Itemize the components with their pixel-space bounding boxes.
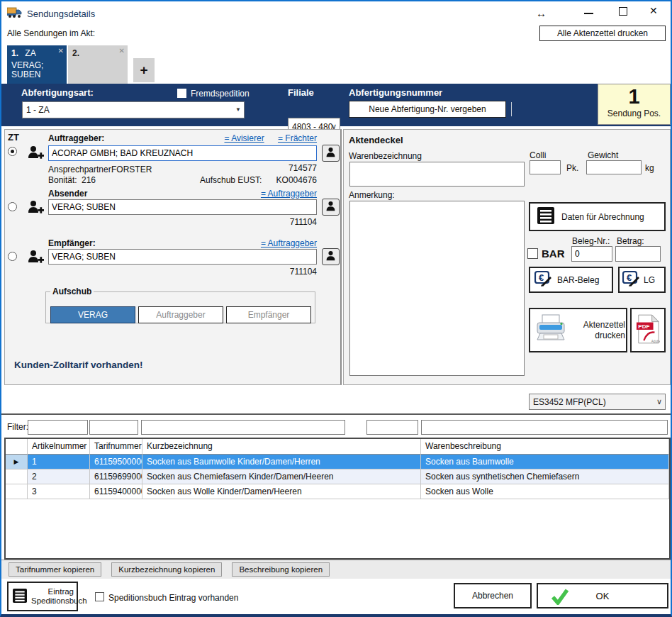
row-selector-icon: ▶	[6, 455, 28, 469]
daten-fuer-abrechnung-button[interactable]: Daten für Abrechnung	[529, 202, 666, 231]
aufschub-empfaenger-button[interactable]: Empfänger	[226, 306, 311, 323]
speditionsbuch-checkbox[interactable]	[95, 592, 104, 601]
pdf-button[interactable]: PDF Adobe	[630, 308, 666, 352]
warenbezeichnung-textarea[interactable]	[349, 162, 525, 187]
gewicht-input[interactable]	[586, 160, 642, 174]
bar-beleg-button[interactable]: € BAR-Beleg	[529, 267, 613, 293]
printer-select[interactable]: ES3452 MFP(PCL) ∨	[529, 394, 666, 410]
auftraggeber-input[interactable]	[48, 145, 317, 161]
copy-buttons-bar: Tarifnummer kopieren Kurzbezeichnung kop…	[1, 560, 671, 579]
auftraggeber-contact-button[interactable]	[322, 145, 340, 162]
articles-grid: Artikelnummer Tarifnummer Kurzbezeichnun…	[4, 438, 671, 560]
absender-link-auftraggeber[interactable]: = Auftraggeber	[246, 189, 317, 199]
empfaenger-input[interactable]	[48, 249, 317, 265]
col-header-kurzbezeichnung[interactable]: Kurzbezeichnung	[142, 439, 421, 455]
table-row[interactable]: 2 61159699000 Socken aus Chemiefasern Ki…	[6, 469, 669, 484]
abfertigungsart-select[interactable]: 1 - ZA ▼	[22, 101, 245, 118]
grid-header-row: Artikelnummer Tarifnummer Kurzbezeichnun…	[6, 439, 669, 455]
zt-radio-absender[interactable]	[8, 202, 17, 211]
ansprechpartner-value: FORSTER	[111, 165, 152, 174]
svg-text:€: €	[539, 272, 544, 283]
tab1-number: 1.	[11, 48, 18, 58]
close-icon[interactable]: ✕	[649, 5, 658, 16]
copy-tarifnummer-button[interactable]: Tarifnummer kopieren	[9, 562, 101, 577]
all-shipments-label: Alle Sendungen im Akt:	[7, 28, 95, 38]
sendung-pos-counter: 1 Sendung Pos.	[598, 84, 671, 125]
absender-contact-button[interactable]	[322, 199, 340, 216]
aufschub-verag-button[interactable]: VERAG	[50, 306, 135, 323]
fremdspedition-checkbox[interactable]	[177, 89, 186, 98]
list-icon	[13, 589, 27, 605]
table-row[interactable]: 3 61159400000 Socken aus Wolle Kinder/Da…	[6, 484, 669, 499]
resize-arrows-icon[interactable]: ↔	[536, 7, 547, 19]
filter-label: Filter:	[7, 422, 28, 432]
anmerkung-textarea[interactable]	[349, 201, 525, 376]
bar-label: BAR	[542, 248, 565, 260]
filter-input-tarifnummer[interactable]	[89, 420, 138, 435]
colli-input[interactable]	[530, 160, 561, 174]
person-add-icon[interactable]	[27, 200, 44, 216]
zt-radio-empfaenger[interactable]	[8, 252, 17, 261]
filter-input-extra[interactable]	[366, 420, 418, 435]
zt-radio-auftraggeber[interactable]	[8, 147, 17, 156]
tab-shipment-1[interactable]: 1. ZA VERAG; SUBEN ✕	[7, 45, 67, 84]
svg-text:Adobe: Adobe	[651, 340, 660, 343]
gewicht-label: Gewicht	[588, 150, 618, 160]
eintrag-speditionsbuch-button[interactable]: Eintrag Speditionsbuch	[7, 582, 78, 611]
sendung-count: 1	[598, 84, 670, 109]
beleg-nr-input[interactable]	[571, 246, 612, 262]
tab-shipment-2[interactable]: 2. ✕	[68, 45, 128, 84]
minimize-icon[interactable]	[584, 13, 593, 14]
print-all-aktenzettel-button[interactable]: Alle Aktenzettel drucken	[539, 26, 666, 41]
filiale-label: Filiale	[288, 87, 314, 98]
betrag-input[interactable]	[615, 246, 661, 262]
aufschub-label: Aufschub	[50, 287, 94, 296]
kunden-zolltarif-note: Kunden-Zolltarif vorhanden!	[14, 360, 143, 370]
tab2-number: 2.	[72, 48, 79, 58]
aktendeckel-title: Aktendeckel	[349, 135, 403, 145]
aufschub-auftraggeber-button[interactable]: Auftraggeber	[138, 306, 223, 323]
ansprechpartner-label: Ansprechpartner:	[48, 165, 113, 174]
lg-button[interactable]: € LG	[618, 267, 666, 293]
abfertigungsart-label: Abfertigungsart:	[21, 87, 94, 98]
aktenzettel-drucken-button[interactable]: Aktenzettel drucken	[529, 308, 627, 352]
tab1-close-icon[interactable]: ✕	[58, 47, 64, 55]
col-header-artikelnummer[interactable]: Artikelnummer	[28, 439, 90, 455]
col-header-warenbeschreibung[interactable]: Warenbeschreibung	[421, 439, 669, 455]
add-shipment-tab-button[interactable]: +	[133, 58, 155, 82]
chevron-down-icon: ▼	[235, 106, 241, 113]
col-header-tarifnummer[interactable]: Tarifnummer	[90, 439, 142, 455]
empfaenger-contact-button[interactable]	[322, 248, 340, 265]
empfaenger-link-auftraggeber[interactable]: = Auftraggeber	[246, 238, 317, 248]
neue-abfertigungsnr-button[interactable]: Neue Abfertigung-Nr. vergeben	[349, 101, 506, 118]
abbrechen-button[interactable]: Abbrechen	[454, 583, 532, 608]
filter-input-artikelnummer[interactable]	[28, 420, 88, 435]
absender-input[interactable]	[48, 199, 317, 215]
person-add-icon[interactable]	[27, 145, 44, 162]
sendungsdetails-window: Sendungsdetails ↔ ✕ Alle Sendungen im Ak…	[0, 0, 672, 617]
copy-kurzbezeichnung-button[interactable]: Kurzbezeichnung kopieren	[111, 562, 222, 577]
list-icon	[537, 207, 554, 226]
bar-checkbox[interactable]	[527, 248, 538, 259]
filter-input-warenbeschreibung[interactable]	[421, 420, 668, 435]
person-add-icon[interactable]	[27, 250, 44, 266]
bonitaet-label: Bonität:	[48, 175, 77, 185]
anmerkung-label: Anmerkung:	[349, 190, 395, 200]
absender-label: Absender	[48, 189, 87, 199]
grid-corner	[6, 439, 28, 455]
link-avisierer[interactable]: = Avisierer	[224, 133, 264, 143]
tab2-close-icon[interactable]: ✕	[119, 47, 125, 55]
ok-button[interactable]: OK	[537, 583, 668, 608]
zt-column-label: ZT	[8, 132, 19, 143]
divider	[511, 102, 512, 116]
aufschub-group: Aufschub VERAG Auftraggeber Empfänger	[45, 287, 315, 323]
chevron-down-icon: ∨	[656, 396, 662, 406]
tab1-partner: VERAG; SUBEN	[11, 61, 52, 79]
bonitaet-value: 216	[82, 175, 96, 185]
link-fraechter[interactable]: = Frächter	[278, 133, 317, 143]
maximize-icon[interactable]	[619, 7, 627, 16]
copy-beschreibung-button[interactable]: Beschreibung kopieren	[232, 562, 330, 577]
window-title: Sendungsdetails	[27, 9, 95, 19]
filter-input-kurzbezeichnung[interactable]	[141, 420, 345, 435]
table-row[interactable]: ▶ 1 61159500000 Socken aus Baumwolle Kin…	[6, 455, 669, 469]
